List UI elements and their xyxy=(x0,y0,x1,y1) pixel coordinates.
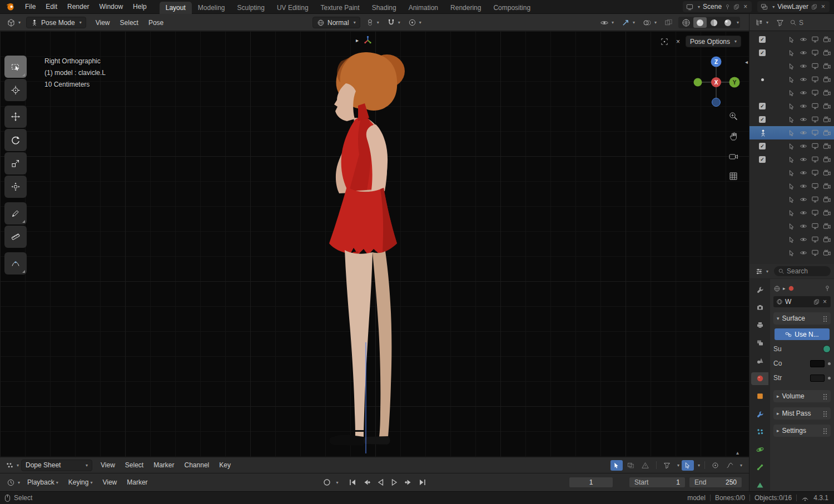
outliner-row[interactable] xyxy=(749,179,834,193)
workspace-tab-shading[interactable]: Shading xyxy=(366,2,403,14)
properties-tab-world[interactable] xyxy=(751,372,768,385)
selectable-toggle-icon[interactable] xyxy=(787,143,796,150)
render-disable-icon[interactable] xyxy=(822,196,831,203)
viewport-disable-icon[interactable] xyxy=(810,142,820,150)
viewport-disable-icon[interactable] xyxy=(810,76,820,83)
menu-file[interactable]: File xyxy=(20,0,41,14)
camera-view-icon[interactable] xyxy=(726,149,741,163)
close-icon[interactable]: × xyxy=(674,36,682,47)
animate-dot-icon[interactable] xyxy=(828,362,831,365)
falloff-curve-icon[interactable] xyxy=(724,460,736,471)
tool-measure[interactable] xyxy=(4,226,27,248)
viewport-disable-icon[interactable] xyxy=(810,182,820,190)
hide-eye-icon[interactable] xyxy=(798,142,808,150)
proportional-editing-dropdown[interactable]: ▾ xyxy=(406,17,424,28)
surface-panel-header[interactable]: ▾ Surface xyxy=(773,312,831,325)
hide-eye-icon[interactable] xyxy=(798,196,808,203)
scene-selector[interactable]: ▾ Scene × xyxy=(683,1,752,12)
hide-eye-icon[interactable] xyxy=(798,89,808,97)
dopesheet-menu-key[interactable]: Key xyxy=(214,460,236,471)
viewport-disable-icon[interactable] xyxy=(810,62,820,70)
frame-start-field[interactable]: Start 1 xyxy=(629,477,686,488)
viewport-menu-view[interactable]: View xyxy=(91,17,115,28)
outliner-search[interactable]: S xyxy=(790,19,803,27)
jump-to-end-button[interactable] xyxy=(416,477,429,488)
hide-eye-icon[interactable] xyxy=(798,76,808,83)
render-disable-icon[interactable] xyxy=(822,236,831,243)
timeline-menu-view[interactable]: View xyxy=(97,477,122,488)
tool-cursor[interactable] xyxy=(4,79,27,101)
use-nodes-button[interactable]: Use N... xyxy=(775,328,830,340)
viewport-disable-icon[interactable] xyxy=(810,116,820,123)
tool-annotate[interactable] xyxy=(4,202,27,224)
workspace-tab-modeling[interactable]: Modeling xyxy=(192,2,231,14)
gizmo-y-label[interactable]: Y xyxy=(733,79,737,86)
hide-eye-icon[interactable] xyxy=(798,116,808,123)
render-disable-icon[interactable] xyxy=(822,76,831,83)
properties-tab-output[interactable] xyxy=(751,319,768,332)
outliner-row[interactable] xyxy=(749,59,834,73)
viewport-disable-icon[interactable] xyxy=(810,209,820,217)
viewport-disable-icon[interactable] xyxy=(810,36,820,43)
selectable-toggle-icon[interactable] xyxy=(787,169,796,177)
object-visibility-dropdown[interactable]: ▾ xyxy=(598,17,616,28)
frame-end-field[interactable]: End 250 xyxy=(689,477,742,488)
selectable-toggle-icon[interactable] xyxy=(787,89,796,97)
proportional-edit-toggle[interactable] xyxy=(709,460,722,471)
axis-widget-icon[interactable] xyxy=(363,36,373,45)
outliner-row[interactable] xyxy=(749,46,834,59)
shading-solid-button[interactable] xyxy=(693,17,707,28)
blender-logo-icon[interactable] xyxy=(6,2,16,12)
selectable-toggle-icon[interactable] xyxy=(787,196,796,203)
outliner-row[interactable] xyxy=(749,86,834,99)
gizmo-neg-z-ball[interactable] xyxy=(712,98,721,107)
workspace-tab-rendering[interactable]: Rendering xyxy=(444,2,487,14)
selectable-toggle-icon[interactable] xyxy=(787,76,796,83)
outliner-row[interactable] xyxy=(749,166,834,179)
toggle-grid-icon[interactable] xyxy=(726,169,741,183)
shading-rendered-button[interactable] xyxy=(721,17,734,28)
only-selected-toggle[interactable] xyxy=(610,460,623,471)
remove-icon[interactable]: × xyxy=(820,3,826,11)
outliner-row[interactable] xyxy=(749,126,834,139)
outliner-row[interactable] xyxy=(749,99,834,113)
keying-menu[interactable]: Keying ▾ xyxy=(63,477,98,488)
hide-eye-icon[interactable] xyxy=(798,236,808,243)
properties-tab-tool[interactable] xyxy=(751,283,768,296)
viewport-disable-icon[interactable] xyxy=(810,89,820,97)
render-disable-icon[interactable] xyxy=(822,182,831,190)
collection-checkbox[interactable] xyxy=(759,36,766,43)
play-reverse-button[interactable] xyxy=(374,477,387,488)
drag-grip-icon[interactable] xyxy=(823,428,827,434)
dopesheet-menu-marker[interactable]: Marker xyxy=(148,460,179,471)
frame-icon[interactable] xyxy=(658,36,671,47)
outliner-row[interactable] xyxy=(749,139,834,153)
tool-move[interactable] xyxy=(4,106,27,128)
dopesheet-menu-view[interactable]: View xyxy=(96,460,120,471)
viewport-disable-icon[interactable] xyxy=(810,196,820,203)
workspace-tab-uv-editing[interactable]: UV Editing xyxy=(271,2,315,14)
hide-eye-icon[interactable] xyxy=(798,36,808,43)
hide-eye-icon[interactable] xyxy=(798,249,808,257)
menu-edit[interactable]: Edit xyxy=(41,0,62,14)
hide-eye-icon[interactable] xyxy=(798,49,808,57)
selectable-toggle-icon[interactable] xyxy=(787,63,796,70)
outliner-row[interactable] xyxy=(749,153,834,166)
drag-grip-icon[interactable] xyxy=(823,411,827,417)
shading-material-button[interactable] xyxy=(707,17,721,28)
render-disable-icon[interactable] xyxy=(822,222,831,230)
render-disable-icon[interactable] xyxy=(822,129,831,137)
gizmo-x-label[interactable]: X xyxy=(714,79,718,86)
copy-icon[interactable] xyxy=(811,4,817,10)
selectable-toggle-icon[interactable] xyxy=(787,156,796,163)
menu-window[interactable]: Window xyxy=(94,0,128,14)
workspace-tab-compositing[interactable]: Compositing xyxy=(487,2,537,14)
viewlayer-selector[interactable]: ▾ ViewLayer × xyxy=(757,1,830,12)
properties-tab-particles[interactable] xyxy=(751,425,768,438)
properties-tab-view-layer[interactable] xyxy=(751,337,768,350)
outliner-row[interactable] xyxy=(749,73,834,86)
pin-icon[interactable] xyxy=(824,285,831,292)
outliner-row[interactable] xyxy=(749,113,834,126)
selectable-toggle-icon[interactable] xyxy=(787,36,796,43)
viewport-3d[interactable]: Right Orthographic (1) model : clavicle.… xyxy=(0,31,749,457)
